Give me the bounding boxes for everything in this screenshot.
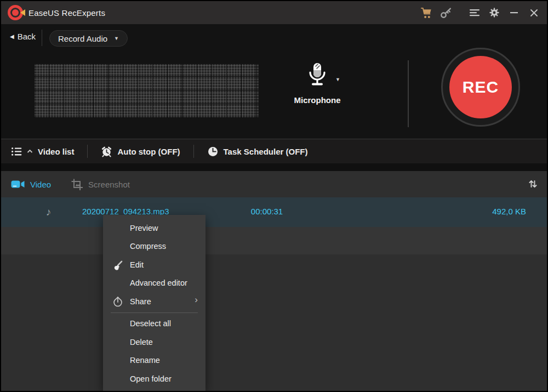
mic-dropdown-icon[interactable]: ▼	[335, 77, 340, 82]
menu-separator	[111, 313, 198, 313]
tab-video[interactable]: Video	[11, 179, 51, 189]
alarm-clock-icon	[101, 146, 112, 157]
auto-stop-label: Auto stop (OFF)	[117, 147, 180, 156]
submenu-arrow-icon: ›	[195, 294, 198, 305]
menu-item-preview[interactable]: Preview	[103, 219, 206, 237]
panel-divider	[408, 60, 409, 127]
menu-item-compress[interactable]: Compress	[103, 237, 206, 256]
cart-icon[interactable]	[420, 6, 433, 19]
clock-icon	[207, 146, 219, 157]
close-icon[interactable]	[527, 6, 540, 19]
panel-gap	[1, 163, 547, 171]
menu-item-rename[interactable]: Rename	[103, 351, 206, 370]
tab-video-label: Video	[30, 180, 51, 189]
nav-divider	[42, 30, 42, 46]
minimize-icon[interactable]	[507, 6, 521, 19]
file-size: 492,0 KB	[492, 207, 526, 216]
task-scheduler-label: Task Scheduler (OFF)	[224, 147, 308, 156]
menu-item-open-folder[interactable]: Open folder	[103, 370, 206, 388]
microphone-icon	[304, 61, 330, 88]
list-icon	[11, 146, 22, 157]
menu-label: Compress	[130, 242, 166, 251]
task-scheduler-button[interactable]: Task Scheduler (OFF)	[207, 146, 308, 157]
bottom-toolbar: Video list Auto stop (OFF) Task Schedule…	[1, 139, 547, 163]
menu-icon[interactable]	[468, 6, 481, 19]
rec-button[interactable]: REC	[441, 48, 520, 127]
microphone-selector[interactable]: ▼ Microphone	[275, 61, 359, 105]
toolbar-separator	[87, 145, 88, 158]
sort-icon[interactable]	[528, 179, 538, 191]
rec-button-label: REC	[463, 78, 499, 96]
menu-label: Open folder	[130, 374, 172, 383]
menu-label: Advanced editor	[130, 279, 187, 287]
library-panel: Video Screenshot ♪	[1, 171, 547, 391]
app-logo-icon	[8, 5, 23, 20]
menu-label: Edit	[130, 260, 144, 269]
menu-item-deselect-all[interactable]: Deselect all	[103, 315, 206, 333]
audio-waveform-grid	[34, 64, 259, 118]
menu-label: Share	[130, 297, 151, 306]
toolbar-separator	[193, 145, 194, 158]
record-mode-label: Record Audio	[58, 34, 107, 43]
chevron-down-icon: ▼	[114, 36, 119, 41]
back-button[interactable]: ◀ Back	[10, 32, 36, 41]
menu-label: Preview	[130, 224, 158, 232]
context-menu: Preview Compress Edit Advanced editor	[103, 215, 206, 391]
nav-row: ◀ Back Record Audio ▼	[1, 24, 547, 52]
back-label: Back	[18, 32, 36, 41]
record-panel: ▼ Microphone REC	[1, 52, 547, 138]
record-mode-dropdown[interactable]: Record Audio ▼	[49, 30, 128, 47]
app-title: EaseUS RecExperts	[28, 8, 105, 18]
tab-screenshot[interactable]: Screenshot	[71, 178, 130, 191]
library-tabbar: Video Screenshot	[1, 171, 547, 197]
app-window: EaseUS RecExperts	[0, 0, 548, 392]
share-upload-icon	[112, 296, 123, 307]
video-camera-icon	[11, 179, 25, 189]
menu-item-delete[interactable]: Delete	[103, 333, 206, 351]
edit-brush-icon	[112, 259, 123, 270]
menu-label: Deselect all	[130, 319, 171, 328]
video-list-toggle[interactable]: Video list	[11, 146, 74, 157]
key-icon[interactable]	[439, 6, 453, 19]
recording-row[interactable]: ♪ 20200712_094213.mp3 00:00:31 492,0 KB	[1, 197, 547, 227]
file-duration: 00:00:31	[229, 207, 305, 216]
menu-item-advanced-editor[interactable]: Advanced editor	[103, 274, 206, 293]
menu-item-share[interactable]: Share ›	[103, 292, 206, 311]
auto-stop-button[interactable]: Auto stop (OFF)	[101, 146, 180, 157]
menu-label: Delete	[130, 338, 153, 346]
back-arrow-icon: ◀	[10, 33, 14, 39]
video-list-label: Video list	[38, 147, 74, 156]
settings-gear-icon[interactable]	[488, 6, 501, 19]
screenshot-icon	[71, 178, 83, 191]
tab-screenshot-label: Screenshot	[88, 180, 130, 189]
menu-label: Rename	[130, 356, 160, 365]
music-note-icon: ♪	[46, 206, 52, 218]
source-label: Microphone	[275, 95, 359, 105]
menu-item-edit[interactable]: Edit	[103, 255, 206, 274]
chevron-up-icon	[27, 149, 33, 154]
empty-list-row	[1, 227, 547, 254]
title-bar: EaseUS RecExperts	[1, 1, 547, 24]
